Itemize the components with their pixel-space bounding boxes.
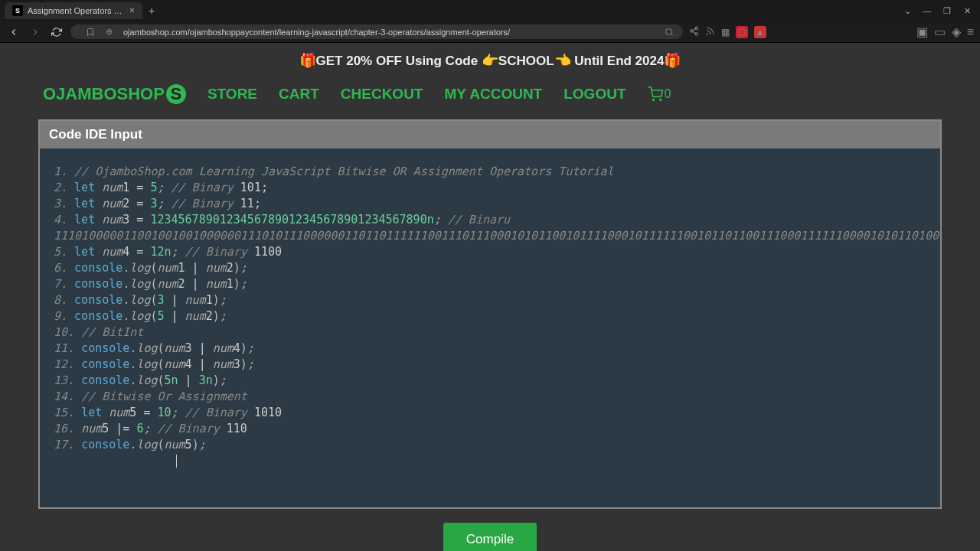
url-text: ojamboshop.com/ojamboshoppaycontent/lear… — [123, 28, 658, 37]
zoom-icon[interactable] — [665, 28, 674, 37]
code-editor[interactable]: 1. // OjamboShop.com Learning JavaScript… — [40, 148, 940, 507]
gift-icon: 🎁 — [664, 53, 681, 68]
browser-tab[interactable]: S Assignment Operators - O × — [5, 2, 142, 19]
share-icon[interactable] — [689, 26, 699, 38]
nav-checkout[interactable]: CHECKOUT — [341, 86, 423, 103]
nav-account[interactable]: MY ACCOUNT — [444, 86, 542, 103]
tab-favicon: S — [12, 5, 23, 16]
extension-icon-2[interactable]: ▲ — [754, 26, 766, 38]
chevron-down-icon[interactable]: ⌄ — [899, 3, 916, 18]
point-left-icon: 👈 — [554, 53, 571, 68]
ide-panel: Code IDE Input 1. // OjamboShop.com Lear… — [38, 119, 942, 509]
svg-point-2 — [690, 29, 692, 31]
svg-point-0 — [665, 28, 671, 34]
theme-icon[interactable]: ◈ — [952, 24, 961, 39]
promo-banner: 🎁GET 20% OFF Using Code 👉SCHOOL👈 Until E… — [0, 43, 980, 78]
rss-icon[interactable] — [705, 26, 715, 38]
nav-store[interactable]: STORE — [207, 86, 257, 103]
compile-button[interactable]: Compile — [443, 523, 537, 551]
point-right-icon: 👉 — [482, 53, 498, 68]
address-bar[interactable]: ⊕ ojamboshop.com/ojamboshoppaycontent/le… — [70, 24, 683, 39]
main-nav: OJAMBOSHOP S STORE CART CHECKOUT MY ACCO… — [0, 78, 980, 119]
back-button[interactable] — [6, 24, 21, 40]
text-cursor — [176, 455, 177, 468]
svg-point-4 — [707, 33, 707, 34]
nav-cart[interactable]: CART — [279, 86, 319, 103]
tab-title: Assignment Operators - O — [28, 6, 125, 15]
svg-point-5 — [652, 99, 654, 101]
new-tab-button[interactable]: + — [149, 5, 155, 17]
extension-icon-1[interactable]: ⬡ — [736, 26, 748, 38]
cart-icon — [648, 86, 663, 102]
binary-overflow: 1110100000110010010010000001110101110000… — [54, 228, 926, 244]
svg-point-3 — [695, 32, 697, 34]
reload-button[interactable] — [49, 24, 64, 40]
maximize-icon[interactable]: ❐ — [939, 3, 956, 18]
close-window-icon[interactable]: ✕ — [959, 3, 975, 18]
browser-toolbar: ⊕ ojamboshop.com/ojamboshoppaycontent/le… — [0, 21, 980, 43]
minimize-icon[interactable]: — — [919, 3, 936, 18]
sidebar-toggle-icon[interactable]: ▣ — [916, 24, 928, 39]
bookmark-outline-icon[interactable] — [86, 28, 95, 37]
nav-logout[interactable]: LOGOUT — [564, 86, 626, 103]
grid-icon[interactable]: ▦ — [721, 27, 730, 37]
gift-icon: 🎁 — [299, 53, 316, 68]
reader-icon[interactable]: ▭ — [934, 24, 946, 39]
tab-close-icon[interactable]: × — [129, 5, 135, 16]
menu-icon[interactable]: ≡ — [967, 25, 974, 39]
cart-widget[interactable]: 0 — [648, 86, 671, 102]
forward-button[interactable] — [28, 24, 43, 40]
site-info-icon[interactable]: ⊕ — [106, 27, 113, 37]
ide-header: Code IDE Input — [40, 121, 940, 148]
svg-point-6 — [659, 99, 661, 101]
logo-badge-icon: S — [166, 84, 186, 104]
browser-tab-bar: S Assignment Operators - O × + ⌄ — ❐ ✕ — [0, 0, 980, 21]
site-logo[interactable]: OJAMBOSHOP S — [43, 84, 186, 104]
svg-point-1 — [695, 27, 697, 29]
